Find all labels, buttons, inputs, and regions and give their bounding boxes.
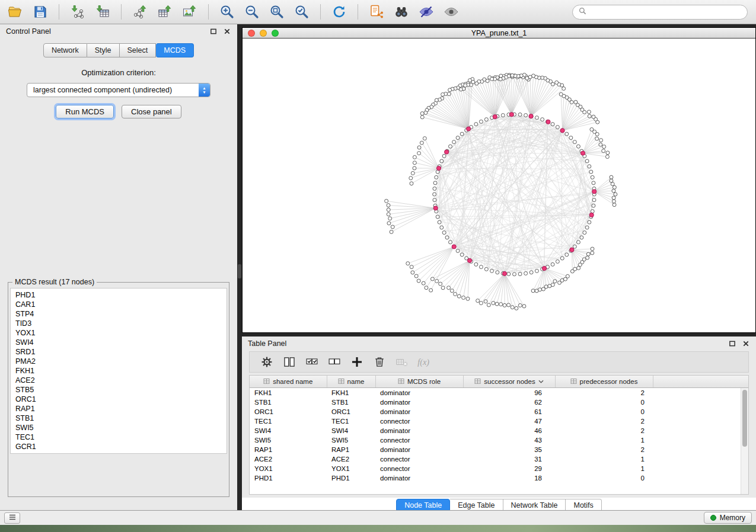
export-table-icon: [157, 4, 173, 20]
table-row[interactable]: YOX1YOX1connector291: [250, 464, 748, 473]
open-file-button[interactable]: [4, 2, 27, 21]
list-item[interactable]: SWI4: [11, 338, 227, 347]
mcds-result-list[interactable]: PHD1CAR1STP4TID3YOX1SWI4SRD1PMA2FKH1ACE2…: [10, 288, 227, 454]
show-all-button[interactable]: [439, 2, 463, 21]
desktop-wallpaper: [0, 525, 756, 532]
list-item[interactable]: TID3: [11, 319, 227, 328]
close-window-button[interactable]: [248, 30, 255, 37]
control-panel: Control Panel NetworkStyleSelectMCDS Opt…: [0, 24, 237, 510]
find-button[interactable]: [390, 2, 413, 21]
eye-icon: [444, 4, 459, 20]
table-row[interactable]: ACE2ACE2connector311: [250, 454, 748, 464]
tab-style[interactable]: Style: [87, 43, 120, 57]
column-header-predecessor-nodes[interactable]: predecessor nodes: [555, 376, 653, 387]
columns-icon: [283, 355, 296, 368]
table-row[interactable]: STB1STB1dominator620: [250, 398, 748, 407]
zoom-out-button[interactable]: [240, 2, 264, 21]
maximize-window-button[interactable]: [272, 30, 279, 37]
import-table-button[interactable]: [91, 2, 114, 21]
list-item[interactable]: SRD1: [11, 347, 227, 357]
list-item[interactable]: PHD1: [11, 290, 227, 300]
table-cell: PHD1: [327, 473, 375, 483]
delete-column-button[interactable]: [371, 353, 388, 371]
table-cell: 62: [463, 398, 555, 407]
column-header-MCDS-role[interactable]: MCDS role: [375, 376, 463, 387]
column-header-shared-name[interactable]: shared name: [250, 376, 327, 387]
close-panel-action-button[interactable]: Close panel: [122, 105, 181, 118]
main-toolbar: [0, 0, 756, 24]
task-history-button[interactable]: [4, 512, 20, 524]
toolbar-separator: [358, 4, 358, 20]
control-panel-tabs: NetworkStyleSelectMCDS: [0, 43, 237, 57]
table-row[interactable]: SWI4SWI4dominator462: [250, 426, 748, 435]
save-session-button[interactable]: [28, 2, 52, 21]
minimize-window-button[interactable]: [260, 30, 267, 37]
list-item[interactable]: ACE2: [11, 376, 227, 385]
float-table-panel-button[interactable]: [728, 339, 736, 348]
list-item[interactable]: GCR1: [11, 442, 227, 451]
list-item[interactable]: SWI5: [11, 423, 227, 432]
tab-select[interactable]: Select: [120, 43, 157, 57]
column-header-successor-nodes[interactable]: successor nodes: [463, 376, 555, 387]
table-row[interactable]: SWI5SWI5connector431: [250, 435, 748, 445]
column-header-content: shared name: [250, 378, 327, 385]
network-window-titlebar[interactable]: YPA_prune.txt_1: [243, 28, 755, 39]
table-settings-button[interactable]: [258, 353, 276, 371]
control-panel-title: Control Panel: [6, 27, 51, 36]
table-row[interactable]: ORC1ORC1dominator610: [250, 407, 748, 416]
clone-network-button[interactable]: [365, 2, 388, 21]
tab-network[interactable]: Network: [43, 43, 87, 57]
zoom-in-button[interactable]: [215, 2, 239, 21]
search-box[interactable]: [572, 5, 748, 20]
list-item[interactable]: PMA2: [11, 357, 227, 366]
memory-button[interactable]: Memory: [704, 512, 752, 524]
panel-splitter[interactable]: [237, 24, 242, 510]
column-header-name[interactable]: name: [327, 376, 375, 387]
search-input[interactable]: [590, 8, 741, 16]
export-network-icon: [132, 4, 148, 20]
network-canvas-svg: [243, 39, 755, 332]
list-item[interactable]: STP4: [11, 309, 227, 319]
deselect-all-rows-button[interactable]: [326, 353, 343, 371]
float-panel-button[interactable]: [209, 27, 218, 36]
table-scrollbar[interactable]: [741, 388, 748, 494]
column-header-filler: [653, 376, 748, 387]
export-image-button[interactable]: [178, 2, 202, 21]
zoom-fit-button[interactable]: [265, 2, 289, 21]
close-panel-button[interactable]: [222, 27, 231, 36]
close-table-panel-button[interactable]: [741, 339, 750, 348]
table-scrollbar-thumb[interactable]: [742, 390, 747, 447]
table-cell: YOX1: [327, 464, 375, 473]
split-panel-button[interactable]: [280, 353, 298, 371]
table-row[interactable]: RAP1RAP1dominator352: [250, 445, 748, 454]
network-window-title: YPA_prune.txt_1: [243, 29, 755, 37]
zoom-selected-button[interactable]: [290, 2, 314, 21]
import-network-button[interactable]: [66, 2, 90, 21]
list-item[interactable]: ORC1: [11, 395, 227, 404]
column-header-content: predecessor nodes: [556, 378, 653, 385]
tab-mcds[interactable]: MCDS: [156, 43, 194, 57]
table-row[interactable]: PHD1PHD1dominator180: [250, 473, 748, 483]
list-item[interactable]: RAP1: [11, 404, 227, 414]
add-column-button[interactable]: [348, 353, 366, 371]
list-item[interactable]: FKH1: [11, 366, 227, 376]
list-item[interactable]: TEC1: [11, 432, 227, 442]
select-all-rows-button[interactable]: [303, 353, 321, 371]
main-area: Control Panel NetworkStyleSelectMCDS Opt…: [0, 24, 756, 510]
table-cell: dominator: [375, 387, 463, 398]
export-network-button[interactable]: [128, 2, 152, 21]
network-view[interactable]: [243, 39, 755, 332]
table-row[interactable]: TEC1TEC1connector472: [250, 416, 748, 426]
export-table-button[interactable]: [153, 2, 177, 21]
list-item[interactable]: CAR1: [11, 300, 227, 309]
list-item[interactable]: STB1: [11, 414, 227, 423]
hide-selected-button[interactable]: [414, 2, 438, 21]
search-icon: [579, 7, 586, 17]
refresh-button[interactable]: [327, 2, 351, 21]
list-item[interactable]: YOX1: [11, 328, 227, 338]
criterion-select[interactable]: largest connected component (undirected)…: [27, 83, 210, 97]
run-mcds-button[interactable]: Run MCDS: [56, 105, 114, 118]
table-cell-filler: [653, 435, 748, 445]
table-row[interactable]: FKH1FKH1dominator962: [250, 387, 748, 398]
list-item[interactable]: STB5: [11, 385, 227, 395]
